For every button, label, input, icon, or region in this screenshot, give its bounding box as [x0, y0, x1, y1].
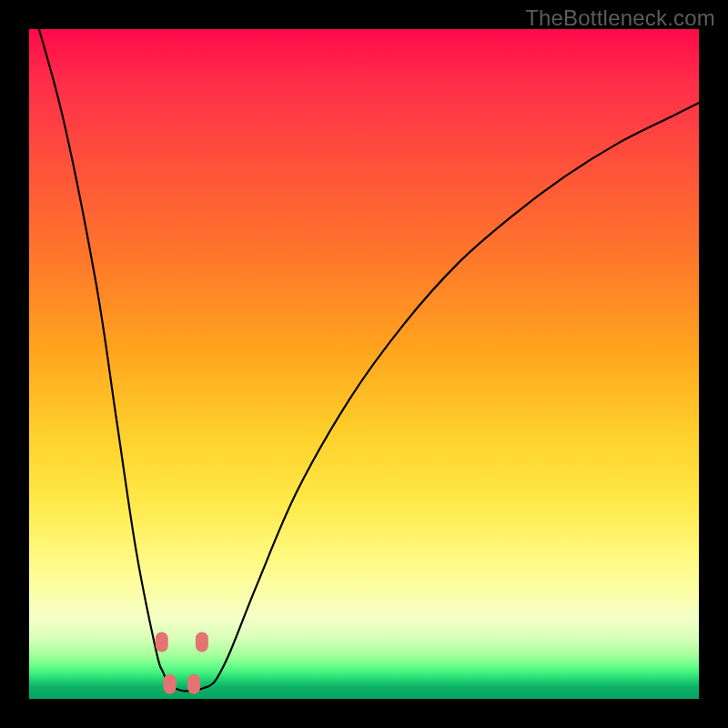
plot-area	[29, 29, 699, 699]
marker-group	[156, 632, 208, 693]
branding-watermark: TheBottleneck.com	[525, 5, 715, 31]
curve-path	[29, 29, 699, 691]
chart-frame: TheBottleneck.com	[0, 0, 728, 728]
curve-marker	[156, 632, 168, 652]
bottleneck-curve	[29, 29, 699, 699]
curve-marker	[196, 632, 208, 652]
curve-marker	[187, 674, 200, 694]
curve-marker	[164, 674, 177, 694]
